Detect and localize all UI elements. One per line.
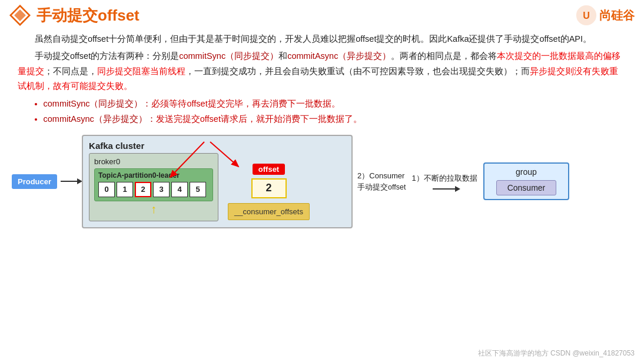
group-label: group [516,167,537,177]
logo-icon: U [576,5,597,26]
logo-text: 尚硅谷 [599,8,635,24]
partition-cells: 0 1 2 3 4 5 [98,182,209,197]
cell-0: 0 [98,182,115,197]
arrow-line-right [433,188,456,190]
group-box: group Consumer [483,162,570,200]
partition-box: TopicA-partition0-leader 0 1 2 3 4 5 [94,168,213,201]
consumer-inner-box: Consumer [496,180,557,195]
arrow-line-1 [61,181,78,182]
page-title: 手动提交offset [36,5,576,26]
footer-watermark: 社区下海高游学的地方 CSDN @weixin_41827053 [478,348,635,358]
paragraph-1: 虽然自动提交offset十分简单便利，但由于其是基于时间提交的，开发人员难以把握… [18,32,626,47]
arrow-up-indicator: ↑ [94,202,213,216]
cell-5: 5 [190,182,206,197]
cell-3: 3 [153,182,170,197]
diagram-area: Producer Kafka cluster broker0 TopicA-pa… [0,132,644,230]
partition-label: TopicA-partition0-leader [98,171,209,180]
svg-marker-1 [14,9,26,21]
offset-value-box: 2 [251,178,287,198]
paragraph-2: 手动提交offset的方法有两种：分别是commitSync（同步提交）和com… [18,49,626,94]
page: 手动提交offset U 尚硅谷 虽然自动提交offset十分简单便利，但由于其… [0,0,644,362]
right-arrow [433,188,456,190]
producer-label: Producer [18,177,51,186]
highlight-2: 同步提交阻塞当前线程 [97,67,185,76]
bullet-item-1: commitSync（同步提交）：必须等待offset提交完毕，再去消费下一批数… [44,97,627,111]
kafka-cluster-box: Kafka cluster broker0 TopicA-partition0-… [82,135,353,228]
diagram-relative: Producer Kafka cluster broker0 TopicA-pa… [12,135,632,228]
bullet1-pre: commitSync（同步提交）： [44,99,152,108]
pull-label: 1）不断的拉取数据 [411,173,477,184]
broker-label: broker0 [94,157,213,166]
offset-tag: offset [253,164,285,175]
producer-box: Producer [12,174,57,189]
bullet-item-2: commitAsync（异步提交）：发送完提交offset请求后，就开始消费下一… [44,112,627,127]
kafka-cluster-label: Kafka cluster [89,141,346,151]
producer-arrow [61,181,78,182]
consumer-label-top1: 2）Consumer [357,171,404,181]
consumer-offsets-box: __consumer_offsets [228,203,310,220]
broker-box: broker0 TopicA-partition0-leader 0 1 2 3… [89,153,218,221]
commit-sync-ref: commitSync（同步提交） [179,51,278,61]
cell-2-highlighted: 2 [135,182,151,197]
consumer-top-label-area: 2）Consumer 手动提交offset [357,171,406,192]
consumer-label-top2: 手动提交offset [357,182,406,192]
right-arrow-section: 1）不断的拉取数据 [411,173,477,190]
bullet-list: commitSync（同步提交）：必须等待offset提交完毕，再去消费下一批数… [44,97,627,127]
offset-section: offset 2 __consumer_offsets [228,164,310,220]
header: 手动提交offset U 尚硅谷 [0,0,644,28]
logo: U 尚硅谷 [576,5,635,26]
diamond-icon [9,5,31,26]
watermark-text: 社区下海高游学的地方 CSDN @weixin_41827053 [478,349,635,357]
cell-1: 1 [117,182,133,197]
bullet2-pre: commitAsync（异步提交）： [44,114,156,124]
bullet2-text: 发送完提交offset请求后，就开始消费下一批数据了。 [156,114,362,124]
svg-text:U: U [583,10,590,21]
bullet1-text: 必须等待offset提交完毕，再去消费下一批数据。 [151,99,340,108]
content-area: 虽然自动提交offset十分简单便利，但由于其是基于时间提交的，开发人员难以把握… [0,28,644,132]
cell-4: 4 [171,182,188,197]
commit-async-ref: commitAsync（异步提交） [287,51,391,61]
